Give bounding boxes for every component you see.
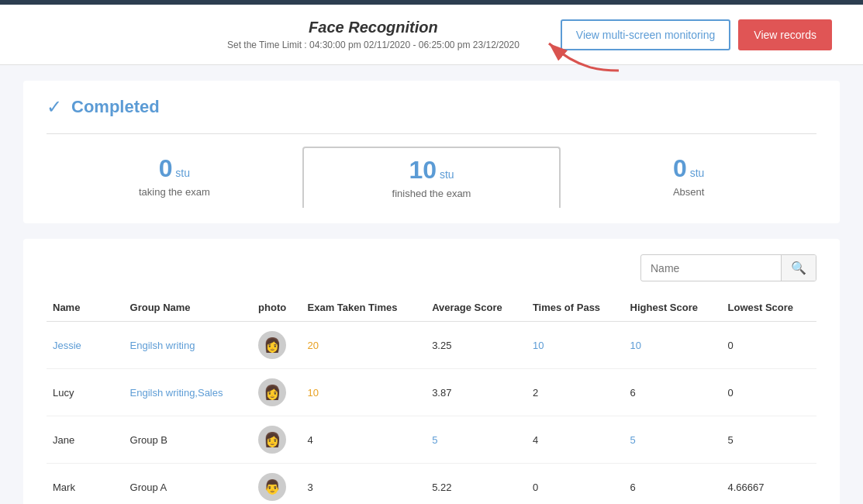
table-row: JessieEngilsh writing👩203.2510100 (47, 322, 816, 369)
col-highest: Highest Score (624, 294, 722, 322)
stat-finished[interactable]: 10 stu finished the exam (302, 147, 561, 208)
cell-photo: 👩 (252, 369, 301, 416)
status-header: ✓ Completed (47, 96, 816, 118)
col-lowest: Lowest Score (722, 294, 816, 322)
page-title: Face Recognition (227, 19, 520, 36)
cell-exam-taken: 20 (302, 322, 426, 369)
table-row: JaneGroup B👩45455 (47, 416, 816, 464)
cell-highest: 6 (624, 464, 722, 505)
table-row: MarkGroup A👨35.22064.66667 (47, 464, 816, 505)
col-exam-taken: Exam Taken Times (302, 294, 426, 322)
completed-icon: ✓ (47, 96, 62, 118)
search-button[interactable]: 🔍 (781, 255, 816, 281)
cell-highest: 5 (624, 416, 722, 464)
cell-highest: 6 (624, 369, 722, 416)
col-name: Name (47, 294, 124, 322)
view-records-button[interactable]: View records (738, 19, 832, 50)
cell-exam-taken: 10 (302, 369, 426, 416)
cell-highest: 10 (624, 322, 722, 369)
cell-exam-taken: 4 (302, 416, 426, 464)
stats-row: 0 stu taking the exam 10 stu finished th… (47, 133, 816, 208)
records-table: Name Group Name photo Exam Taken Times A… (47, 294, 816, 504)
cell-group: Group B (124, 416, 253, 464)
cell-lowest: 0 (722, 322, 816, 369)
stat-label-taking: taking the exam (62, 186, 287, 198)
table-section: 🔍 Name Group Name photo Exam Taken Times… (23, 239, 840, 504)
header-buttons: View multi-screen monitoring View record… (561, 19, 832, 50)
table-row: LucyEngilsh writing,Sales👩103.87260 (47, 369, 816, 416)
search-box: 🔍 (640, 254, 816, 281)
cell-lowest: 5 (722, 416, 816, 464)
avatar: 👩 (258, 331, 286, 359)
cell-avg-score: 5.22 (426, 464, 526, 505)
cell-name: Jane (47, 416, 124, 464)
col-photo: photo (252, 294, 301, 322)
time-limit-text: Set the Time Limit : 04:30:00 pm 02/11/2… (227, 40, 520, 50)
cell-name: Mark (47, 464, 124, 505)
cell-exam-taken: 3 (302, 464, 426, 505)
avatar: 👨 (258, 473, 286, 501)
stat-absent[interactable]: 0 stu Absent (561, 147, 816, 208)
cell-group[interactable]: Engilsh writing,Sales (124, 369, 253, 416)
col-avg-score: Average Score (426, 294, 526, 322)
cell-times-pass: 10 (526, 322, 624, 369)
cell-group: Group A (124, 464, 253, 505)
header: Face Recognition Set the Time Limit : 04… (0, 5, 863, 65)
cell-avg-score: 5 (426, 416, 526, 464)
cell-lowest: 4.66667 (722, 464, 816, 505)
stat-label-absent: Absent (576, 186, 801, 198)
cell-times-pass: 4 (526, 416, 624, 464)
col-group: Group Name (124, 294, 253, 322)
avatar: 👩 (258, 378, 286, 406)
cell-times-pass: 0 (526, 464, 624, 505)
stat-number-taking: 0 stu (62, 154, 287, 183)
status-title: Completed (71, 97, 160, 117)
stat-number-absent: 0 stu (576, 154, 801, 183)
cell-times-pass: 2 (526, 369, 624, 416)
table-header-row: Name Group Name photo Exam Taken Times A… (47, 294, 816, 322)
cell-name: Lucy (47, 369, 124, 416)
avatar: 👩 (258, 426, 286, 454)
cell-avg-score: 3.25 (426, 322, 526, 369)
stat-label-finished: finished the exam (319, 188, 544, 199)
search-input[interactable] (641, 257, 781, 280)
stat-taking[interactable]: 0 stu taking the exam (47, 147, 302, 208)
cell-group[interactable]: Engilsh writing (124, 322, 253, 369)
cell-photo: 👨 (252, 464, 301, 505)
cell-name[interactable]: Jessie (47, 322, 124, 369)
stat-number-finished: 10 stu (319, 156, 544, 185)
cell-photo: 👩 (252, 322, 301, 369)
header-center: Face Recognition Set the Time Limit : 04… (227, 19, 520, 50)
view-monitor-button[interactable]: View multi-screen monitoring (561, 19, 730, 50)
cell-avg-score: 3.87 (426, 369, 526, 416)
status-section: ✓ Completed 0 stu taking the exam 10 stu… (23, 81, 840, 223)
content-area: ✓ Completed 0 stu taking the exam 10 stu… (0, 65, 863, 504)
col-times-pass: Times of Pass (526, 294, 624, 322)
cell-lowest: 0 (722, 369, 816, 416)
cell-photo: 👩 (252, 416, 301, 464)
table-toolbar: 🔍 (47, 254, 816, 281)
